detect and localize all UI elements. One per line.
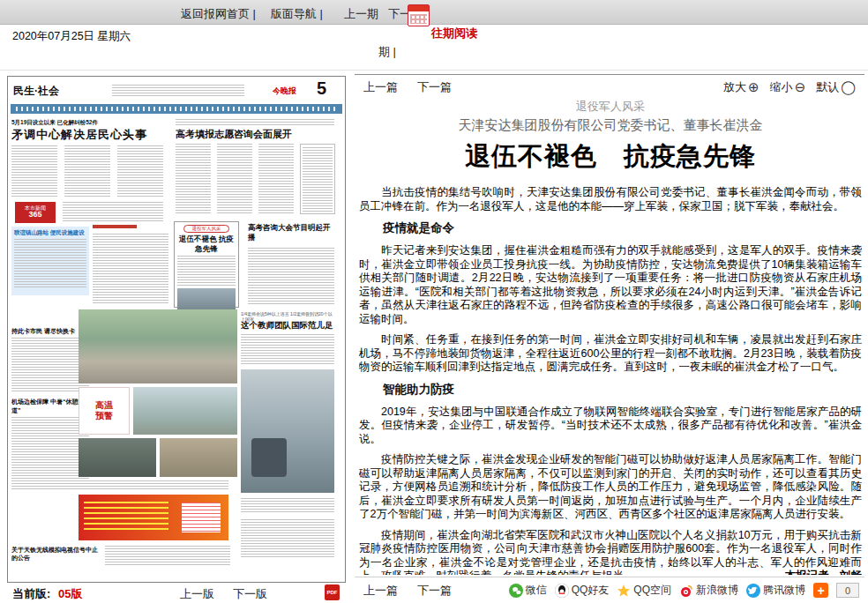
thumb-headline-8: 这个教师团队国际范儿足 — [241, 320, 336, 331]
thumb-photo-park — [160, 438, 237, 477]
text-block — [217, 144, 252, 214]
thumb-headline-10: 关于天铁无线模拟电视信号中止的公告 — [11, 546, 100, 562]
thumb-photo-umbrellas — [133, 387, 237, 435]
share-qq-button[interactable]: QQ好友 — [555, 583, 610, 598]
article-toolbar: 上一篇 下一篇 放大 ⊕ 缩小 ⊖ 默认 ◯ — [355, 74, 864, 95]
thumb-ad-banner — [79, 495, 228, 540]
next-article-link-bottom[interactable]: 下一篇 — [417, 583, 452, 599]
prev-page-link[interactable]: 上一版 — [180, 586, 214, 602]
article-byline: 本报记者 刘畅 — [763, 570, 863, 575]
thumb-headline-2: 高考填报志愿咨询会面展开 — [176, 128, 336, 141]
text-block — [177, 256, 236, 286]
pdf-icon-label: PDF — [327, 590, 338, 595]
share-weibo-button[interactable]: 新浪微博 — [679, 583, 738, 598]
text-block — [117, 145, 163, 198]
zoom-out-icon: ⊖ — [795, 80, 806, 93]
calendar-icon[interactable] — [408, 4, 430, 26]
next-page-link[interactable]: 下一版 — [233, 586, 267, 602]
article-panel: 上一篇 下一篇 放大 ⊕ 缩小 ⊖ 默认 ◯ 退役军人风采 天津安达集团股份有限… — [355, 74, 864, 599]
next-article-link[interactable]: 下一篇 — [417, 79, 452, 95]
qzone-star-icon — [617, 584, 631, 598]
zoom-controls: 放大 ⊕ 缩小 ⊖ 默认 ◯ — [723, 79, 856, 95]
zoom-out-label: 缩小 — [770, 79, 793, 95]
article-paragraph: 当抗击疫情的集结号吹响时，天津安达集团股份有限公司党委书记、董事长崔洪金闻令而动… — [359, 186, 862, 213]
qq-penguin-icon — [555, 584, 569, 598]
share-count-badge[interactable]: 0 — [836, 583, 859, 598]
sina-weibo-icon — [679, 584, 693, 598]
thumb-red-heading — [93, 225, 137, 228]
header-divider — [0, 70, 868, 71]
thumb-photo-street — [79, 309, 237, 383]
text-block — [258, 144, 294, 214]
thumb-photo-collage: 高温预警 — [79, 309, 237, 477]
pdf-icon[interactable]: PDF — [325, 584, 340, 600]
text-block — [64, 145, 110, 198]
share-bar: 微信 QQ好友 QQ空间 新浪微博 腾讯微博 + — [509, 583, 859, 598]
thumb-paper-name: 今晚报 — [273, 86, 296, 97]
share-tencent-weibo-button[interactable]: 腾讯微博 — [746, 583, 805, 598]
past-issues-link[interactable]: 往期阅读 — [431, 26, 477, 41]
zoom-in-button[interactable]: 放大 ⊕ — [723, 79, 760, 95]
text-block — [241, 519, 334, 558]
thumb-news-badge: 本市新闻 365 — [15, 202, 56, 223]
thumb-masthead-info — [112, 85, 244, 96]
thumb-photo-classroom — [241, 369, 334, 493]
text-block — [105, 546, 230, 567]
text-block — [79, 480, 228, 491]
share-more-button[interactable]: + — [813, 583, 828, 598]
zoom-reset-label: 默认 — [816, 79, 839, 95]
thumb-photo-people — [79, 438, 156, 477]
prev-article-link[interactable]: 上一篇 — [363, 79, 398, 95]
thumb-heat-warning-tile: 高温预警 — [79, 387, 130, 435]
nav-prev-issue-link[interactable]: 上一期 — [344, 6, 378, 22]
thumb-page-number: 5 — [317, 78, 326, 99]
article-title: 退伍不褪色 抗疫急先锋 — [359, 139, 862, 175]
article-body: 当抗击疫情的集结号吹响时，天津安达集团股份有限公司党委书记、董事长崔洪金闻令而动… — [359, 186, 862, 575]
share-qq-label: QQ好友 — [572, 583, 610, 598]
article-paragraph: 时间紧、任务重，在接到任务的第一时间，崔洪金立即安排好司机和车辆，凌晨就出发赶到… — [359, 333, 862, 375]
nav-next-issue-wrap[interactable]: 期 | — [378, 44, 396, 60]
page-thumbnail[interactable]: 民生·社会 今晚报 5 5月19日设立以来 已化解纠纷52件 矛调中心解决居民心… — [7, 76, 346, 583]
text-block — [241, 498, 334, 514]
thumb-headline-7: 机场边检保障 中暑“休憩通道” — [11, 398, 89, 415]
article-bottom-bar: 上一篇 下一篇 微信 QQ好友 QQ空间 新浪微博 — [355, 577, 864, 599]
current-date: 2020年07月25日 星期六 — [12, 29, 131, 44]
share-wechat-button[interactable]: 微信 — [509, 583, 547, 598]
tencent-weibo-bird-icon — [746, 584, 760, 598]
zoom-out-button[interactable]: 缩小 ⊖ — [770, 79, 806, 95]
share-qzone-button[interactable]: QQ空间 — [617, 583, 671, 598]
thumb-photo-figure — [251, 438, 287, 477]
article-view: 退役军人风采 天津安达集团股份有限公司党委书记、董事长崔洪金 退伍不褪色 抗疫急… — [359, 97, 862, 575]
wechat-icon — [509, 584, 523, 598]
nav-layout-link[interactable]: 版面导航 | — [271, 6, 323, 22]
thumb-headline-5: 联谊镇山路站 便民设施建设 — [14, 229, 86, 237]
text-block — [241, 334, 334, 364]
top-nav-bar: 返回报网首页 | 版面导航 | 上一期 下一 — [0, 0, 868, 25]
thumb-ad-text — [84, 502, 168, 533]
thumb-masthead-band — [11, 104, 342, 114]
text-block — [11, 145, 57, 198]
thumb-headline-1-kicker: 5月19日设立以来 已化解纠纷52件 — [11, 119, 165, 127]
article-paragraph: 昨天记者来到安达集团，握住崔洪金粗糙而强有力的双手就能感受到，这是军人的双手。疫… — [359, 244, 862, 326]
thumb-feature-kicker: 退役军人风采 — [183, 225, 229, 233]
text-block — [176, 119, 334, 125]
thumb-feature-box: 退役军人风采 退伍不褪色 抗疫急先锋 — [174, 221, 239, 308]
text-block — [248, 248, 334, 304]
text-block — [11, 338, 89, 392]
calendar-icon-header — [408, 5, 429, 11]
thumb-headline-4: 高考咨询大会节目明起开播 — [248, 223, 334, 242]
page-controls: 当前版: 05版 上一版 下一版 PDF — [12, 586, 348, 603]
current-page-value: 05版 — [58, 586, 82, 602]
thumb-headline-9: 高温预警 — [94, 400, 116, 421]
text-block — [176, 144, 211, 214]
article-section-heading: 疫情就是命令 — [359, 220, 862, 236]
thumb-ad-panel — [178, 499, 224, 536]
text-block — [93, 234, 168, 304]
nav-home-link[interactable]: 返回报网首页 | — [181, 6, 256, 22]
text-block — [11, 417, 89, 489]
share-tencent-weibo-label: 腾讯微博 — [763, 583, 805, 598]
prev-article-link-bottom[interactable]: 上一篇 — [363, 583, 398, 599]
zoom-reset-button[interactable]: 默认 ◯ — [816, 79, 856, 95]
text-block — [14, 239, 86, 288]
thumb-band-text — [16, 107, 337, 111]
